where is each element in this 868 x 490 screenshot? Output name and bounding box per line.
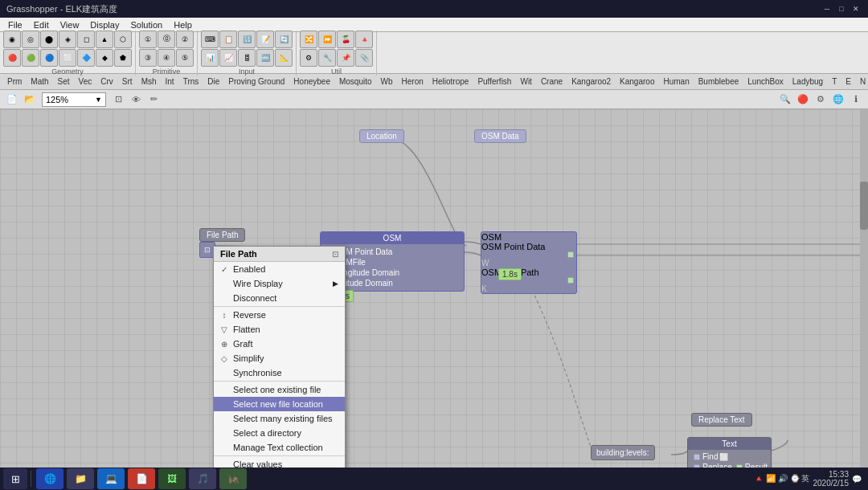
tab-pufferfish[interactable]: Pufferfish [473, 76, 515, 87]
tb-btn-3[interactable]: ⬤ [40, 31, 58, 48]
tb-btn-5[interactable]: ◻ [77, 31, 95, 48]
tab-prm[interactable]: Prm [3, 76, 26, 87]
menu-view[interactable]: View [55, 19, 84, 31]
tab-t[interactable]: T [828, 76, 841, 87]
vertical-scrollbar[interactable] [860, 109, 868, 472]
ctx-simplify[interactable]: ◇ Simplify [214, 351, 345, 365]
ctx-select-directory[interactable]: Select a directory [214, 426, 345, 440]
tb-btn-11[interactable]: ⬜ [59, 49, 76, 67]
open-doc-icon[interactable]: 📂 [23, 92, 37, 107]
menu-solution[interactable]: Solution [125, 19, 167, 31]
taskbar-pdf[interactable]: 📄 [128, 468, 155, 489]
info-icon[interactable]: ℹ [849, 92, 863, 107]
util-btn-5[interactable]: ⚙ [300, 49, 317, 67]
tb-btn-8[interactable]: 🔴 [3, 49, 21, 67]
prim-btn-1[interactable]: ① [139, 31, 157, 48]
input-btn-8[interactable]: 🎛 [238, 49, 256, 67]
prim-btn-3[interactable]: ② [176, 31, 194, 48]
util-btn-7[interactable]: 📌 [337, 49, 354, 67]
tb-btn-1[interactable]: ◉ [3, 31, 21, 48]
maximize-button[interactable]: □ [836, 3, 847, 14]
tab-human[interactable]: Human [659, 76, 693, 87]
eye-icon[interactable]: 👁 [129, 92, 143, 107]
input-btn-10[interactable]: 📐 [275, 49, 293, 67]
render-icon[interactable]: 🔴 [796, 92, 810, 107]
tb-btn-4[interactable]: ◈ [59, 31, 76, 48]
start-button[interactable]: ⊞ [3, 468, 27, 489]
util-btn-4[interactable]: 🔺 [355, 31, 373, 48]
input-btn-1[interactable]: ⌨ [201, 31, 219, 48]
tb-btn-6[interactable]: ▲ [96, 31, 113, 48]
minimize-button[interactable]: ─ [821, 3, 833, 14]
tab-ladybug[interactable]: Ladybug [788, 76, 827, 87]
prim-btn-6[interactable]: ⑤ [176, 49, 194, 67]
ctx-manage-text[interactable]: Manage Text collection [214, 440, 345, 455]
zoom-level[interactable]: 125% ▼ [42, 92, 106, 107]
util-btn-1[interactable]: 🔀 [300, 31, 317, 48]
menu-help[interactable]: Help [169, 19, 197, 31]
tb-btn-10[interactable]: 🔵 [40, 49, 58, 67]
replace-text-node[interactable]: Replace Text [691, 413, 752, 427]
tab-kangaroo[interactable]: Kangaroo [616, 76, 658, 87]
menu-file[interactable]: File [3, 19, 27, 31]
file-path-node[interactable]: File Path [199, 228, 245, 242]
tab-kangaroo2[interactable]: Kangaroo2 [567, 76, 615, 87]
taskbar-music[interactable]: 🎵 [189, 468, 216, 489]
tab-n[interactable]: N [856, 76, 868, 87]
tab-bumblebee[interactable]: Bumblebee [694, 76, 743, 87]
ctx-wire-display[interactable]: Wire Display ▶ [214, 276, 345, 291]
pencil-icon[interactable]: ✏ [146, 92, 161, 107]
taskbar-explorer[interactable]: 📁 [67, 468, 94, 489]
tab-set[interactable]: Set [54, 76, 74, 87]
tab-die[interactable]: Die [203, 76, 223, 87]
tab-heliotrope[interactable]: Heliotrope [428, 76, 473, 87]
menu-edit[interactable]: Edit [29, 19, 54, 31]
close-button[interactable]: ✕ [850, 3, 862, 14]
ctx-reverse[interactable]: ↕ Reverse [214, 308, 345, 322]
ctx-enabled[interactable]: ✓ Enabled [214, 262, 345, 276]
prim-btn-4[interactable]: ③ [139, 49, 157, 67]
tb-btn-12[interactable]: 🔷 [77, 49, 95, 67]
tb-btn-14[interactable]: ⬟ [114, 49, 132, 67]
ctx-select-one[interactable]: Select one existing file [214, 382, 345, 397]
util-btn-6[interactable]: 🔧 [318, 49, 336, 67]
input-btn-9[interactable]: 🔤 [256, 49, 274, 67]
taskbar-photos[interactable]: 🖼 [158, 468, 186, 489]
ctx-disconnect[interactable]: Disconnect [214, 291, 345, 305]
tab-msh[interactable]: Msh [137, 76, 161, 87]
taskbar-browser[interactable]: 🌐 [36, 468, 63, 489]
ctx-select-new[interactable]: Select new file location [214, 397, 345, 411]
tab-mosquito[interactable]: Mosquito [335, 76, 376, 87]
frame-icon[interactable]: ⊡ [111, 92, 125, 107]
tab-srt[interactable]: Srt [118, 76, 137, 87]
input-btn-5[interactable]: 🔄 [275, 31, 293, 48]
tab-math[interactable]: Math [27, 76, 52, 87]
building-levels-node[interactable]: building:levels: [591, 445, 655, 460]
new-doc-icon[interactable]: 📄 [5, 92, 19, 107]
location-node[interactable]: Location [359, 129, 404, 143]
prim-btn-5[interactable]: ④ [158, 49, 175, 67]
tab-wb[interactable]: Wb [377, 76, 397, 87]
tab-crane[interactable]: Crane [537, 76, 567, 87]
osm-result-node[interactable]: OSM OSM Point Data W OSM File Path K [481, 231, 577, 294]
tab-honeybee[interactable]: Honeybee [289, 76, 334, 87]
tab-proving-ground[interactable]: Proving Ground [224, 76, 289, 87]
tb-btn-13[interactable]: ◆ [96, 49, 113, 67]
tab-trns[interactable]: Trns [179, 76, 203, 87]
input-btn-2[interactable]: 📋 [219, 31, 237, 48]
util-btn-3[interactable]: 🍒 [337, 31, 354, 48]
taskbar-vscode[interactable]: 💻 [97, 468, 125, 489]
tb-btn-2[interactable]: ◎ [22, 31, 39, 48]
tb-btn-7[interactable]: ⬡ [114, 31, 132, 48]
ctx-flatten[interactable]: ▽ Flatten [214, 322, 345, 337]
tab-e[interactable]: E [841, 76, 855, 87]
search-icon-right[interactable]: 🔍 [778, 92, 792, 107]
notifications-icon[interactable]: 💬 [852, 475, 862, 484]
util-btn-2[interactable]: ⏩ [318, 31, 336, 48]
ctx-synchronise[interactable]: Synchronise [214, 365, 345, 380]
ctx-graft[interactable]: ⊕ Graft [214, 337, 345, 351]
tab-lunchbox[interactable]: LunchBox [743, 76, 787, 87]
tab-crv[interactable]: Crv [96, 76, 117, 87]
input-btn-4[interactable]: 📝 [256, 31, 274, 48]
settings-icon[interactable]: ⚙ [813, 92, 828, 107]
